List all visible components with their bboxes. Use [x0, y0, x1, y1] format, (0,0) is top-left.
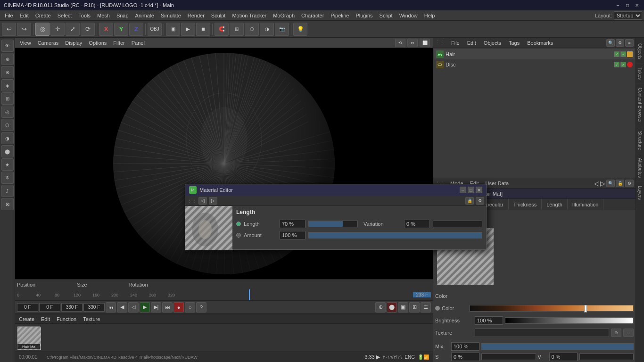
sidebar-btn-12[interactable]: ⤴	[1, 185, 14, 197]
mat-editor-close[interactable]: ✕	[476, 187, 482, 193]
sidebar-btn-3[interactable]: ⊗	[1, 66, 14, 78]
om-filter-btn[interactable]: ⚙	[616, 39, 624, 47]
move-button[interactable]: ✛	[50, 23, 65, 36]
current-frame-field[interactable]	[17, 303, 38, 312]
attr-back-btn[interactable]: ◁	[594, 180, 599, 187]
color-swatch-dot[interactable]	[435, 306, 440, 311]
om-menu-objects[interactable]: Objects	[482, 40, 503, 46]
mat-menu-function[interactable]: Function	[55, 316, 78, 322]
tab-structure[interactable]: Structure	[636, 127, 644, 155]
tab-content-browser[interactable]: Content Browser	[636, 84, 644, 127]
variation-slider[interactable]	[433, 221, 482, 227]
minimize-button[interactable]: −	[615, 2, 621, 8]
vp-menu-panel[interactable]: Panel	[130, 40, 147, 46]
sidebar-btn-11[interactable]: $	[1, 172, 14, 184]
sidebar-btn-9[interactable]: ⬤	[1, 145, 14, 157]
object-mode-button[interactable]: OBJ	[148, 23, 162, 36]
sidebar-btn-10[interactable]: ★	[1, 158, 14, 171]
om-tag-disc[interactable]	[627, 62, 633, 67]
mix-value-field[interactable]	[451, 342, 479, 351]
auto-key-btn[interactable]: ⬤	[387, 302, 397, 313]
menu-simulate[interactable]: Simulate	[158, 12, 184, 19]
end-frame-field-2[interactable]	[83, 303, 105, 312]
vp-menu-filter[interactable]: Filter	[111, 40, 126, 46]
color-handle[interactable]	[584, 305, 587, 313]
menu-create[interactable]: Create	[33, 12, 54, 19]
render-preview-btn[interactable]: ▣	[398, 302, 408, 313]
timeline-indicator[interactable]	[249, 289, 250, 300]
om-cb-disc-1[interactable]: ✓	[614, 62, 619, 67]
attr-settings-btn[interactable]: ⚙	[625, 180, 634, 187]
grid-btn[interactable]: ⊞	[230, 23, 244, 36]
brightness-value[interactable]	[475, 316, 503, 325]
layout-btn[interactable]: ⊞	[409, 302, 420, 313]
x-axis-button[interactable]: X	[99, 23, 113, 36]
mix-slider[interactable]	[481, 343, 634, 350]
play-forward-btn[interactable]: ▶	[140, 302, 150, 313]
mat-lock-btn[interactable]: 🔒	[465, 197, 474, 205]
om-item-disc[interactable]: Disc ✓ ✓	[434, 59, 635, 70]
play-reverse-btn[interactable]: ◁	[128, 302, 139, 313]
step-fwd-btn[interactable]: ▶|	[151, 302, 161, 313]
menu-render[interactable]: Render	[185, 12, 207, 19]
texture-browse-btn[interactable]: ⊕	[611, 329, 621, 337]
menu-select[interactable]: Select	[55, 12, 75, 19]
attr-lock-btn[interactable]: 🔒	[616, 180, 624, 187]
wireframe-btn[interactable]: ⬡	[245, 23, 259, 36]
menu-script[interactable]: Script	[377, 12, 396, 19]
sidebar-btn-2[interactable]: ⊕	[1, 53, 14, 65]
mat-menu-edit[interactable]: Edit	[39, 316, 52, 322]
menu-mograph[interactable]: MoGraph	[270, 12, 297, 19]
menu-help[interactable]: Help	[421, 12, 438, 19]
amount-value-field[interactable]	[280, 231, 305, 239]
om-cb-hair-2[interactable]: ✓	[620, 51, 626, 57]
snap-btn[interactable]: 🧲	[215, 23, 229, 36]
mat-nav-fwd[interactable]: ▷	[209, 197, 217, 205]
step-back-btn[interactable]: ◀	[117, 302, 127, 313]
snap-timeline-btn[interactable]: ⊕	[375, 302, 386, 313]
v-value-field[interactable]	[549, 353, 578, 361]
mat-nav-back[interactable]: ◁	[198, 197, 207, 205]
end-frame-field[interactable]	[61, 303, 83, 312]
record-btn[interactable]: ▣	[166, 23, 180, 36]
sidebar-btn-7[interactable]: ⬡	[1, 119, 14, 131]
om-search-btn[interactable]: 🔍	[606, 39, 615, 47]
record-opt-btn[interactable]: ○	[185, 302, 195, 313]
v-slider[interactable]	[579, 354, 634, 360]
menu-animate[interactable]: Animate	[132, 12, 157, 19]
vp-menu-options[interactable]: Options	[87, 40, 108, 46]
sidebar-btn-5[interactable]: ⊞	[1, 92, 14, 105]
menu-window[interactable]: Window	[396, 12, 421, 19]
color-bar[interactable]	[470, 305, 634, 312]
om-cb-disc-2[interactable]: ✓	[620, 62, 626, 67]
stop-btn[interactable]: ⏹	[196, 23, 210, 36]
menu-motion-tracker[interactable]: Motion Tracker	[229, 12, 269, 19]
menu-sculpt[interactable]: Sculpt	[208, 12, 229, 19]
vp-menu-cameras[interactable]: Cameras	[36, 40, 61, 46]
s-value-field[interactable]	[451, 353, 479, 361]
brightness-slider[interactable]	[505, 317, 634, 324]
om-tag-hair[interactable]	[627, 51, 633, 57]
menu-snap[interactable]: Snap	[114, 12, 132, 19]
tab-objects[interactable]: Objects	[636, 40, 644, 64]
om-menu-bookmarks[interactable]: Bookmarks	[525, 40, 555, 46]
menu-file[interactable]: File	[2, 12, 16, 19]
mat-menu-texture[interactable]: Texture	[81, 316, 102, 322]
maximize-button[interactable]: □	[624, 2, 631, 8]
amount-slider[interactable]	[308, 232, 482, 239]
texture-options-btn[interactable]: ...	[623, 329, 634, 337]
om-layers-btn[interactable]: ≡	[625, 39, 634, 47]
menu-edit[interactable]: Edit	[17, 12, 32, 19]
length-slider[interactable]	[308, 221, 358, 227]
shading-btn[interactable]: ◑	[260, 23, 274, 36]
tab-attributes[interactable]: Attributes	[636, 154, 644, 182]
menu-tools[interactable]: Tools	[75, 12, 93, 19]
s-slider[interactable]	[481, 354, 536, 360]
om-cb-hair-1[interactable]: ✓	[614, 51, 619, 57]
tab-takes[interactable]: Takes	[636, 64, 644, 84]
om-menu-file[interactable]: File	[449, 40, 462, 46]
undo-button[interactable]: ↩	[2, 23, 16, 36]
vp-menu-view[interactable]: View	[18, 40, 33, 46]
y-axis-button[interactable]: Y	[114, 23, 128, 36]
rotate-button[interactable]: ⟳	[81, 23, 95, 36]
